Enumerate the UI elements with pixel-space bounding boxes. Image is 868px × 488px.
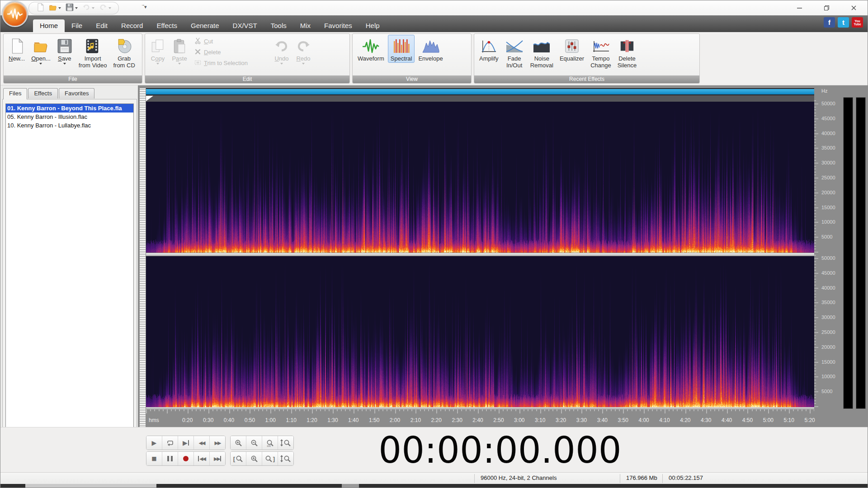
file-list-item[interactable]: 10. Kenny Barron - Lullabye.flac xyxy=(6,121,133,130)
spectrogram-channel-2[interactable] xyxy=(146,256,814,407)
time-ruler[interactable]: hms 0:200:300:400:501:001:101:201:301:40… xyxy=(146,409,814,426)
tab-edit[interactable]: Edit xyxy=(89,19,114,32)
tab-generate[interactable]: Generate xyxy=(184,19,226,32)
redo-button[interactable]: Redo xyxy=(293,35,314,66)
tab-mix[interactable]: Mix xyxy=(293,19,317,32)
dropdown-arrow-icon[interactable] xyxy=(178,63,181,65)
import-from-video-button[interactable]: Importfrom Video xyxy=(76,35,110,70)
dropdown-arrow-icon[interactable] xyxy=(280,63,283,65)
grab-from-cd-button[interactable]: Grabfrom CD xyxy=(110,35,137,70)
delete-silence-button[interactable]: DeleteSilence xyxy=(615,35,640,70)
new-button[interactable]: New... xyxy=(6,35,28,63)
stop-button[interactable]: ■ xyxy=(146,452,162,465)
fade-in-out-button[interactable]: FadeIn/Out xyxy=(502,35,527,70)
loop-play-button[interactable] xyxy=(162,436,178,450)
file-list-item[interactable]: 05. Kenny Barron - Illusion.flac xyxy=(6,113,133,121)
time-ruler-label: 0:20 xyxy=(182,417,193,423)
redo-icon xyxy=(296,37,311,55)
frequency-label: 30000 xyxy=(821,314,835,320)
spectrogram-channel-1[interactable] xyxy=(146,102,814,253)
facebook-icon[interactable]: f xyxy=(824,17,835,28)
zoom-selection-button[interactable] xyxy=(246,452,262,465)
dropdown-arrow-icon[interactable] xyxy=(75,7,78,9)
tab-tools[interactable]: Tools xyxy=(264,19,293,32)
save-button[interactable]: Save xyxy=(54,35,75,66)
qat-customize-button[interactable]: ⃗▾ xyxy=(144,4,147,10)
tab-favorites[interactable]: Favorites xyxy=(317,19,359,32)
time-ruler-label: 3:10 xyxy=(535,417,545,423)
zoom-vertical-in-button[interactable] xyxy=(278,436,293,450)
tab-home[interactable]: Home xyxy=(33,19,65,32)
tab-effects[interactable]: Effects xyxy=(150,19,184,32)
dropdown-arrow-icon[interactable] xyxy=(58,7,61,9)
noise-removal-button[interactable]: NoiseRemoval xyxy=(528,35,556,70)
fade-icon xyxy=(505,37,524,55)
qat-save-button[interactable] xyxy=(64,2,80,14)
sidebar-tab-effects[interactable]: Effects xyxy=(28,88,58,99)
amplify-button[interactable]: Amplify xyxy=(476,35,501,63)
sidebar-tabs: FilesEffectsFavorites xyxy=(3,88,95,99)
waveform-view-button[interactable]: Waveform xyxy=(355,35,387,63)
zoom-selection-start-button[interactable]: [ xyxy=(231,452,246,465)
button-label: Redo xyxy=(296,55,310,62)
button-label: Open... xyxy=(31,55,51,62)
sidebar-tab-files[interactable]: Files xyxy=(3,88,27,99)
qat-new-button[interactable] xyxy=(34,2,46,14)
envelope-view-button[interactable]: Envelope xyxy=(415,35,445,63)
zoom-out-button[interactable] xyxy=(246,436,262,450)
play-position-marker-icon[interactable] xyxy=(146,96,153,101)
tab-dx-vst[interactable]: DX/VST xyxy=(226,19,264,32)
spectral-view-button[interactable]: Spectral xyxy=(388,35,415,63)
time-ruler-label: 3:40 xyxy=(597,417,608,423)
frequency-label: 45000 xyxy=(821,116,835,121)
time-ruler-label: 5:20 xyxy=(804,417,815,423)
equalizer-button[interactable]: Equalizer xyxy=(557,35,587,63)
undo-button[interactable]: Undo xyxy=(271,35,292,66)
overview-position-bar[interactable] xyxy=(146,88,814,95)
maximize-button[interactable] xyxy=(820,3,833,14)
dropdown-arrow-icon[interactable] xyxy=(63,63,66,65)
zoom-in-button[interactable] xyxy=(231,436,246,450)
open-button[interactable]: Open... xyxy=(28,35,53,66)
youtube-icon[interactable]: YouTube xyxy=(852,17,863,28)
tab-record[interactable]: Record xyxy=(114,19,150,32)
tab-file[interactable]: File xyxy=(65,19,89,32)
qat-open-button[interactable] xyxy=(47,2,63,14)
dropdown-arrow-icon[interactable] xyxy=(39,63,42,65)
qat-redo-button[interactable] xyxy=(97,2,113,14)
trim-to-selection-button[interactable]: Trim to Selection xyxy=(194,59,267,67)
time-display: 00:00:00.000 xyxy=(349,429,651,471)
close-button[interactable] xyxy=(847,3,860,14)
time-ruler-label: 2:10 xyxy=(410,417,421,423)
delete-icon xyxy=(194,48,201,56)
tab-help[interactable]: Help xyxy=(359,19,387,32)
fast-forward-button[interactable]: ▶▶ xyxy=(210,436,225,450)
go-to-start-button[interactable]: ◀◀ xyxy=(194,452,210,465)
play-to-end-button[interactable]: ▶ xyxy=(178,436,194,450)
file-list-item[interactable]: 01. Kenny Barron - Beyond This Place.fla xyxy=(6,104,133,113)
minimize-button[interactable] xyxy=(793,3,806,14)
dropdown-arrow-icon[interactable] xyxy=(302,63,305,65)
go-to-end-button[interactable]: ▶▶ xyxy=(210,452,225,465)
record-button[interactable] xyxy=(178,452,194,465)
play-button[interactable]: ▶ xyxy=(146,436,162,450)
position-marker-strip[interactable] xyxy=(146,95,814,102)
pause-button[interactable] xyxy=(162,452,178,465)
rewind-button[interactable]: ◀◀ xyxy=(194,436,210,450)
app-logo[interactable] xyxy=(2,1,28,27)
dropdown-arrow-icon[interactable] xyxy=(92,7,94,9)
zoom-100-button[interactable]: 100 xyxy=(262,436,278,450)
delete-button[interactable]: Delete xyxy=(194,48,267,56)
copy-button[interactable]: Copy xyxy=(147,35,168,66)
qat-undo-button[interactable] xyxy=(80,2,96,14)
zoom-selection-end-button[interactable]: ] xyxy=(262,452,278,465)
tempo-change-button[interactable]: TempoChange xyxy=(588,35,614,70)
cut-button[interactable]: Cut xyxy=(194,38,267,45)
dropdown-arrow-icon[interactable] xyxy=(108,7,111,9)
frequency-label: 20000 xyxy=(821,190,835,195)
sidebar-tab-favorites[interactable]: Favorites xyxy=(59,88,94,99)
zoom-vertical-out-button[interactable] xyxy=(278,452,293,465)
paste-button[interactable]: Paste xyxy=(169,35,190,66)
dropdown-arrow-icon[interactable] xyxy=(156,63,159,65)
twitter-icon[interactable]: t xyxy=(838,17,849,28)
